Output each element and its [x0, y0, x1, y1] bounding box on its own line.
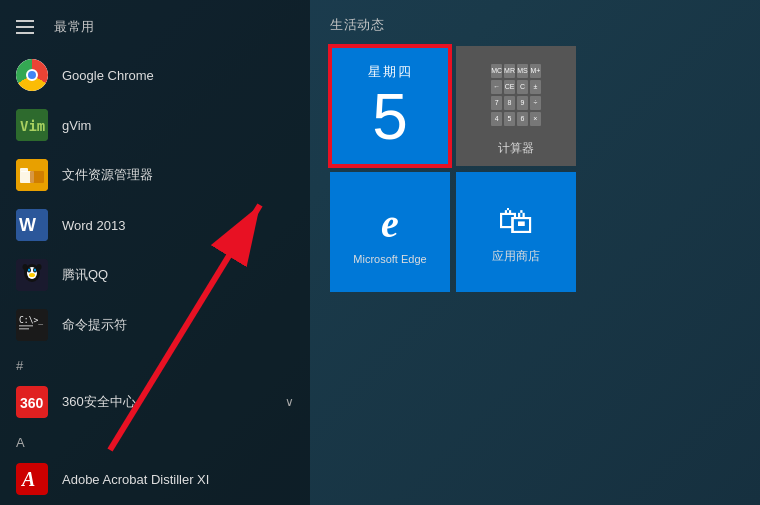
- svg-point-17: [37, 264, 42, 270]
- store-label: 应用商店: [492, 248, 540, 265]
- frequent-label: 最常用: [54, 18, 95, 36]
- svg-point-15: [29, 273, 35, 277]
- app-item-360[interactable]: 360 360安全中心 ∨: [0, 377, 310, 427]
- app-item-gvim[interactable]: Vim gVim: [0, 100, 310, 150]
- tiles-col-2: MC MR MS M+ ← CE C ± 7 8 9 ÷ 4 5: [456, 46, 576, 292]
- svg-point-16: [23, 264, 28, 270]
- app-list: Google Chrome Vim gVim: [0, 46, 310, 505]
- app-item-cmd[interactable]: C:\>_ 命令提示符: [0, 300, 310, 350]
- chrome-label: Google Chrome: [62, 68, 154, 83]
- calc-grid-icon: MC MR MS M+ ← CE C ± 7 8 9 ÷ 4 5: [483, 56, 549, 134]
- svg-rect-20: [19, 325, 33, 327]
- gvim-label: gVim: [62, 118, 91, 133]
- svg-rect-21: [19, 328, 29, 330]
- store-bag-icon: 🛍: [498, 200, 534, 242]
- right-panel: 生活动态 星期四 5 e Microsoft Edge MC: [310, 0, 760, 505]
- edge-logo-icon: e: [381, 200, 399, 247]
- svg-text:360: 360: [20, 395, 44, 411]
- chevron-down-icon: ∨: [285, 395, 294, 409]
- svg-text:Vim: Vim: [20, 118, 45, 134]
- calc-label: 计算器: [498, 140, 534, 157]
- fileexp-label: 文件资源管理器: [62, 166, 153, 184]
- 360-app-icon: 360: [16, 386, 48, 418]
- gvim-app-icon: Vim: [16, 109, 48, 141]
- start-menu: 最常用 Google Chrome Vim: [0, 0, 760, 505]
- header-row: 最常用: [0, 8, 310, 46]
- svg-text:A: A: [20, 468, 35, 490]
- category-a: A: [0, 427, 310, 454]
- tile-edge[interactable]: e Microsoft Edge: [330, 172, 450, 292]
- acrobat-app-icon: A: [16, 463, 48, 495]
- word-label: Word 2013: [62, 218, 125, 233]
- svg-rect-4: [20, 168, 28, 172]
- app-item-word[interactable]: W Word 2013: [0, 200, 310, 250]
- app-item-chrome[interactable]: Google Chrome: [0, 50, 310, 100]
- 360-label: 360安全中心: [62, 393, 136, 411]
- calendar-day-num: 5: [372, 85, 408, 149]
- category-hash: #: [0, 350, 310, 377]
- app-item-acrobat[interactable]: A Adobe Acrobat Distiller XI: [0, 454, 310, 504]
- hamburger-icon[interactable]: [16, 20, 34, 34]
- acrobat-label: Adobe Acrobat Distiller XI: [62, 472, 209, 487]
- live-tiles-label: 生活动态: [330, 16, 740, 34]
- fileexp-app-icon: [16, 159, 48, 191]
- qq-label: 腾讯QQ: [62, 266, 108, 284]
- word-app-icon: W: [16, 209, 48, 241]
- cmd-app-icon: C:\>_: [16, 309, 48, 341]
- left-panel: 最常用 Google Chrome Vim: [0, 0, 310, 505]
- tiles-col-1: 星期四 5 e Microsoft Edge: [330, 46, 450, 292]
- svg-text:W: W: [19, 215, 36, 235]
- tiles-grid: 星期四 5 e Microsoft Edge MC MR MS M+: [330, 46, 740, 292]
- tile-store[interactable]: 🛍 应用商店: [456, 172, 576, 292]
- app-item-qq[interactable]: 腾讯QQ: [0, 250, 310, 300]
- svg-point-13: [28, 269, 30, 272]
- svg-text:C:\>_: C:\>_: [19, 316, 43, 325]
- edge-label: Microsoft Edge: [353, 253, 426, 265]
- svg-rect-5: [30, 171, 44, 183]
- calendar-day-name: 星期四: [368, 63, 413, 81]
- tile-calendar[interactable]: 星期四 5: [330, 46, 450, 166]
- qq-app-icon: [16, 259, 48, 291]
- cmd-label: 命令提示符: [62, 316, 127, 334]
- chrome-app-icon: [16, 59, 48, 91]
- tile-calculator[interactable]: MC MR MS M+ ← CE C ± 7 8 9 ÷ 4 5: [456, 46, 576, 166]
- svg-point-14: [34, 269, 36, 272]
- app-item-fileexp[interactable]: 文件资源管理器: [0, 150, 310, 200]
- app-360-left: 360 360安全中心: [16, 386, 136, 418]
